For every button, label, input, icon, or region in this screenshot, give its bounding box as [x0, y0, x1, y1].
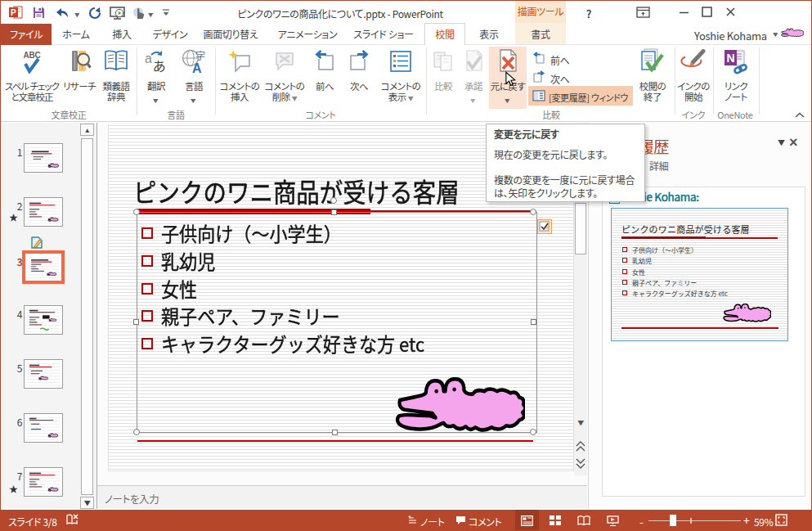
svg-text:あ: あ [153, 56, 165, 74]
svg-text:字: 字 [195, 49, 205, 62]
svg-text:A: A [192, 61, 202, 74]
svg-text:ABC: ABC [24, 51, 41, 60]
svg-text:P: P [11, 8, 16, 17]
svg-text:a: a [145, 52, 152, 65]
svg-text:N: N [727, 52, 735, 65]
